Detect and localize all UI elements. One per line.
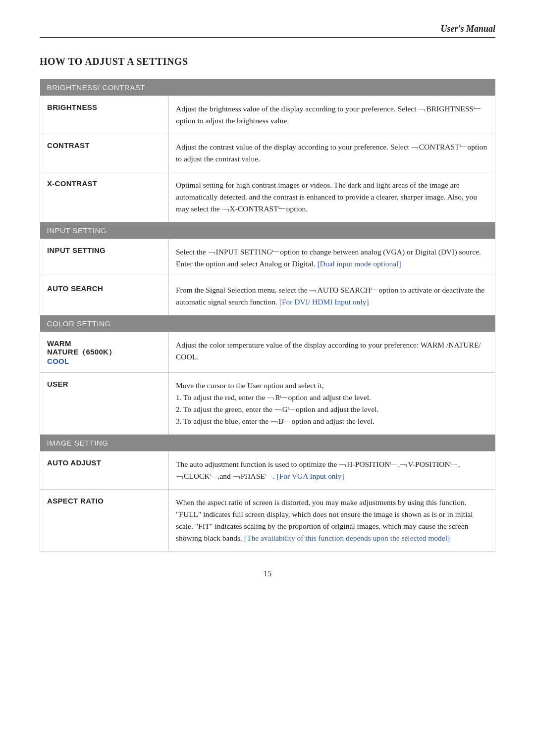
row-description: From the Signal Selection menu, select t… bbox=[169, 277, 495, 315]
table-row: WARMNATURE（6500K）COOLAdjust the color te… bbox=[40, 332, 495, 373]
table-row: USERMove the cursor to the User option a… bbox=[40, 373, 495, 435]
row-description: Adjust the brightness value of the displ… bbox=[169, 96, 495, 134]
settings-table: BRIGHTNESS/ CONTRASTBRIGHTNESSAdjust the… bbox=[40, 79, 495, 552]
row-label: WARMNATURE（6500K）COOL bbox=[40, 332, 169, 373]
category-row: COLOR SETTING bbox=[40, 315, 495, 332]
row-label: BRIGHTNESS bbox=[40, 96, 169, 134]
page: User's Manual HOW TO ADJUST A SETTINGS B… bbox=[0, 0, 535, 756]
row-description: Adjust the color temperature value of th… bbox=[169, 332, 495, 373]
row-description: Adjust the contrast value of the display… bbox=[169, 134, 495, 172]
row-description: Optimal setting for high contrast images… bbox=[169, 172, 495, 222]
category-label: COLOR SETTING bbox=[40, 315, 495, 332]
row-description: The auto adjustment function is used to … bbox=[169, 452, 495, 490]
row-label: AUTO SEARCH bbox=[40, 277, 169, 315]
row-label: CONTRAST bbox=[40, 134, 169, 172]
table-row: CONTRASTAdjust the contrast value of the… bbox=[40, 134, 495, 172]
page-number: 15 bbox=[40, 569, 495, 578]
row-description: Move the cursor to the User option and s… bbox=[169, 373, 495, 435]
table-row: INPUT SETTINGSelect the ﹁INPUT SETTING﹂o… bbox=[40, 239, 495, 277]
header: User's Manual bbox=[40, 24, 495, 38]
category-label: INPUT SETTING bbox=[40, 222, 495, 239]
table-row: AUTO ADJUSTThe auto adjustment function … bbox=[40, 452, 495, 490]
description-link: [For VGA Input only] bbox=[277, 472, 344, 480]
category-row: BRIGHTNESS/ CONTRAST bbox=[40, 79, 495, 96]
category-row: INPUT SETTING bbox=[40, 222, 495, 239]
row-description: Select the ﹁INPUT SETTING﹂option to chan… bbox=[169, 239, 495, 277]
category-label: BRIGHTNESS/ CONTRAST bbox=[40, 79, 495, 96]
table-row: X-CONTRASTOptimal setting for high contr… bbox=[40, 172, 495, 222]
description-link: [The availability of this function depen… bbox=[244, 534, 450, 542]
table-row: AUTO SEARCHFrom the Signal Selection men… bbox=[40, 277, 495, 315]
description-link: [For DVI/ HDMI Input only] bbox=[279, 298, 369, 306]
description-link: [Dual input mode optional] bbox=[317, 259, 401, 268]
row-label: INPUT SETTING bbox=[40, 239, 169, 277]
header-title: User's Manual bbox=[440, 24, 495, 34]
row-description: When the aspect ratio of screen is disto… bbox=[169, 490, 495, 552]
table-row: BRIGHTNESSAdjust the brightness value of… bbox=[40, 96, 495, 134]
category-label: IMAGE SETTING bbox=[40, 435, 495, 452]
row-label: X-CONTRAST bbox=[40, 172, 169, 222]
category-row: IMAGE SETTING bbox=[40, 435, 495, 452]
page-title: HOW TO ADJUST A SETTINGS bbox=[40, 56, 495, 67]
row-label: AUTO ADJUST bbox=[40, 452, 169, 490]
row-label: ASPECT RATIO bbox=[40, 490, 169, 552]
row-label: USER bbox=[40, 373, 169, 435]
table-row: ASPECT RATIOWhen the aspect ratio of scr… bbox=[40, 490, 495, 552]
